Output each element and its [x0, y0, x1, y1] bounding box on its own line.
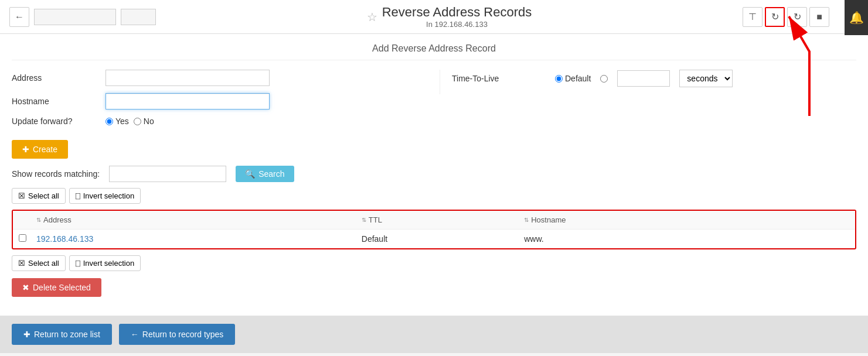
search-icon: 🔍	[245, 169, 255, 179]
return-types-label: Return to record types	[142, 330, 224, 339]
table-row: 192.168.46.133 Default www.	[13, 230, 855, 248]
refresh-button[interactable]: ↻	[787, 7, 807, 27]
col-header-address[interactable]: ⇅ Address	[36, 215, 362, 224]
return-types-button[interactable]: ← Return to record types	[119, 324, 236, 345]
settings-icon: ■	[816, 12, 822, 22]
sort-icon-address: ⇅	[36, 217, 41, 223]
table-header: ⇅ Address ⇅ TTL ⇅ Hostname	[13, 211, 855, 230]
no-radio[interactable]	[134, 118, 141, 125]
refresh-icon: ↻	[794, 11, 801, 22]
return-zone-icon: ✚	[23, 330, 30, 339]
invert-selection-button[interactable]: ⎕ Invert selection	[69, 188, 141, 204]
show-records-label: Show records matching:	[12, 169, 100, 179]
search-input[interactable]	[109, 166, 226, 182]
sync-icon: ↻	[771, 11, 779, 22]
page-subtitle: In 192.168.46.133	[382, 20, 532, 29]
back-icon: ←	[15, 12, 24, 22]
select-all-bottom-check-icon: ☒	[18, 259, 25, 268]
footer-bar: ✚ Return to zone list ← Return to record…	[0, 316, 868, 353]
delete-label: Delete Selected	[33, 283, 91, 292]
back-button[interactable]: ←	[9, 7, 29, 27]
col-header-hostname[interactable]: ⇅ Hostname	[524, 215, 849, 224]
cell-ttl: Default	[362, 234, 524, 244]
address-input[interactable]	[105, 70, 270, 86]
sync-button[interactable]: ↻	[765, 7, 785, 27]
delete-selected-button[interactable]: ✖ Delete Selected	[12, 278, 101, 297]
search-label: Search	[258, 169, 284, 179]
notification-bell[interactable]: 🔔	[845, 0, 868, 35]
ttl-unit-select[interactable]: seconds minutes hours days	[679, 70, 733, 87]
form-section-title: Add Reverse Address Record	[12, 43, 856, 60]
filter-button[interactable]: ⊤	[743, 7, 763, 27]
yes-radio[interactable]	[105, 118, 113, 125]
col-header-ttl[interactable]: ⇅ TTL	[362, 215, 524, 224]
hostname-input[interactable]	[105, 93, 270, 109]
row-checkbox[interactable]	[19, 234, 26, 242]
select-all-button[interactable]: ☒ Select all	[12, 188, 66, 204]
invert-icon: ⎕	[76, 191, 80, 200]
select-all-bottom-label: Select all	[28, 259, 59, 268]
ttl-custom-radio-label[interactable]	[600, 75, 608, 83]
delete-icon: ✖	[22, 283, 29, 292]
cell-address[interactable]: 192.168.46.133	[36, 234, 362, 244]
sort-icon-ttl: ⇅	[362, 217, 366, 223]
invert-selection-bottom-label: Invert selection	[83, 259, 134, 268]
settings-button[interactable]: ■	[809, 7, 829, 27]
update-forward-label: Update forward?	[12, 117, 105, 126]
select-all-label: Select all	[28, 191, 59, 200]
sort-icon-hostname: ⇅	[524, 217, 529, 223]
cell-hostname: www.	[524, 234, 849, 244]
ttl-default-text: Default	[565, 74, 591, 83]
address-label: Address	[12, 73, 105, 83]
hostname-label: Hostname	[12, 97, 105, 106]
create-plus-icon: ✚	[22, 145, 29, 154]
return-types-icon: ←	[131, 330, 139, 339]
ttl-label: Time-To-Live	[452, 74, 546, 83]
filter-icon: ⊤	[748, 11, 757, 22]
create-label: Create	[33, 145, 57, 154]
invert-selection-label: Invert selection	[83, 191, 134, 200]
invert-selection-bottom-button[interactable]: ⎕ Invert selection	[69, 255, 141, 271]
ttl-default-radio[interactable]	[555, 75, 563, 83]
select-all-bottom-button[interactable]: ☒ Select all	[12, 255, 66, 271]
return-zone-label: Return to zone list	[34, 330, 100, 339]
search-button[interactable]: 🔍 Search	[236, 166, 294, 182]
return-zone-button[interactable]: ✚ Return to zone list	[12, 324, 112, 345]
records-table: ⇅ Address ⇅ TTL ⇅ Hostname 192.168.46.13…	[12, 210, 856, 249]
ttl-custom-radio[interactable]	[600, 75, 608, 83]
create-button[interactable]: ✚ Create	[12, 140, 68, 159]
page-title: Reverse Address Records	[382, 5, 532, 20]
favorite-icon[interactable]: ☆	[367, 10, 377, 24]
ttl-default-radio-label[interactable]: Default	[555, 74, 591, 83]
invert-bottom-icon: ⎕	[76, 259, 80, 268]
bell-icon: 🔔	[849, 11, 864, 25]
yes-radio-label[interactable]: Yes	[105, 117, 129, 126]
select-all-check-icon: ☒	[18, 191, 25, 200]
ttl-value-input[interactable]	[617, 70, 670, 87]
no-radio-label[interactable]: No	[134, 117, 154, 126]
